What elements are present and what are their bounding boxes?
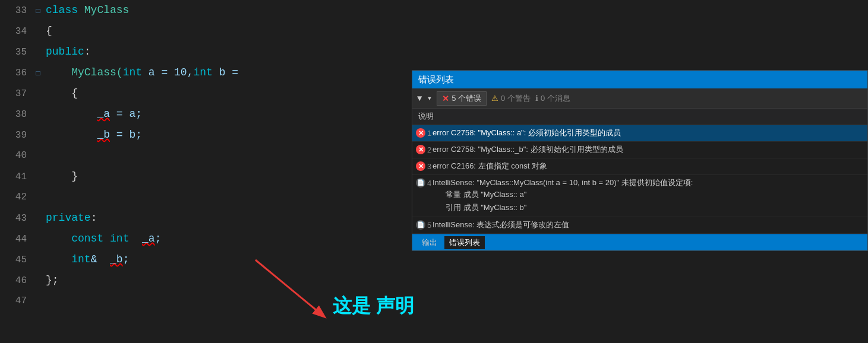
error-count-badge[interactable]: ✕ 5 个错误 [437,91,487,106]
column-header-desc: 说明 [418,112,434,120]
line-number-38: 38 [0,104,33,125]
line-number-34: 34 [0,21,33,42]
error-row-5[interactable]: 📄 5 IntelliSense: 表达式必须是可修改的左值 [412,217,867,234]
warning-count-badge[interactable]: ⚠ 0 个警告 [491,93,531,104]
error-row-1[interactable]: ✕ 1 error C2758: "MyClass:: a": 必须初始化引用类… [412,125,867,142]
error-row-2[interactable]: ✕ 2 error C2758: "MyClass::_b": 必须初始化引用类… [412,142,867,158]
footer-tab-error-list[interactable]: 错误列表 [444,236,485,249]
line-content-46: }; [43,270,59,291]
error-num-4: 📄 4 [416,178,433,188]
line-content-35: public: [43,42,91,62]
error-num-5: 📄 5 [416,220,433,230]
code-line-35: 35 public: [0,42,868,62]
error-num-2: ✕ 2 [416,145,433,154]
error-icon-2: ✕ [416,145,425,154]
filter-icon[interactable]: ▼ ▾ [417,93,432,103]
error-panel-title-bar: 错误列表 [412,71,867,88]
line-content-45: int& _b; [43,249,129,270]
error-table-header: 说明 [412,109,867,125]
error-panel: 错误列表 ▼ ▾ ✕ 5 个错误 ⚠ 0 个警告 ℹ 0 个消息 说明 ✕ 1 … [412,70,868,251]
error-sub-4a: 常量 成员 "MyClass:: a" [416,188,526,201]
line-number-33: 33 [0,1,33,21]
line-content-36: MyClass(int a = 10,int b = [43,62,245,83]
line-number-39: 39 [0,125,33,146]
info-count-badge[interactable]: ℹ 0 个消息 [535,93,570,104]
gutter-36: □ [33,63,43,84]
line-number-41: 41 [0,167,33,188]
line-number-37: 37 [0,84,33,104]
error-row-3[interactable]: ✕ 3 error C2166: 左值指定 const 对象 [412,158,867,175]
code-line-34: 34 { [0,21,868,42]
info-count-label: 0 个消息 [541,93,570,104]
error-desc-2: error C2758: "MyClass::_b": 必须初始化引用类型的成员 [433,144,864,155]
info-icon-4: 📄 [416,178,425,188]
line-number-44: 44 [0,229,33,250]
line-content-37: { [43,83,78,104]
line-content-33: class MyClass [43,0,129,21]
line-number-46: 46 [0,271,33,291]
line-content-44: const int _a; [43,228,161,249]
error-panel-toolbar: ▼ ▾ ✕ 5 个错误 ⚠ 0 个警告 ℹ 0 个消息 [412,88,867,109]
error-x-icon: ✕ [442,94,449,103]
error-row-4[interactable]: 📄 4 IntelliSense: "MyClass::MyClass(int … [412,175,867,217]
warning-count-label: 0 个警告 [501,93,531,104]
line-number-40: 40 [0,145,33,166]
line-number-43: 43 [0,208,33,229]
gutter-33: □ [33,1,43,22]
code-line-45: 45 int& _b; [0,249,868,270]
info-icon: ℹ [535,94,538,103]
error-panel-footer: 输出 错误列表 [412,234,867,250]
error-panel-title: 错误列表 [418,74,454,85]
error-icon-3: ✕ [416,161,425,171]
error-sub-4b: 引用 成员 "MyClass:: b" [416,201,526,214]
error-num-3: ✕ 3 [416,161,433,171]
error-desc-4: IntelliSense: "MyClass::MyClass(int a = … [433,177,864,188]
code-line-46: 46 }; [0,270,868,291]
error-desc-1: error C2758: "MyClass:: a": 必须初始化引用类型的成员 [433,128,864,138]
error-num-1: ✕ 1 [416,128,433,138]
line-number-35: 35 [0,42,33,63]
error-desc-3: error C2166: 左值指定 const 对象 [433,161,864,172]
line-number-45: 45 [0,250,33,271]
line-number-36: 36 [0,63,33,84]
code-line-47: 47 [0,291,868,312]
line-content-43: private: [43,208,97,228]
line-content-39: _b = b; [43,125,142,145]
error-count-label: 5 个错误 [452,93,481,104]
line-content-34: { [43,21,52,42]
info-icon-5: 📄 [416,220,425,230]
error-icon-1: ✕ [416,128,425,138]
line-number-42: 42 [0,187,33,208]
footer-tab-output[interactable]: 输出 [417,236,442,249]
line-content-38: _a = a; [43,104,142,125]
line-number-47: 47 [0,291,33,312]
warning-icon: ⚠ [491,94,498,103]
line-content-41: } [43,166,78,187]
error-desc-5: IntelliSense: 表达式必须是可修改的左值 [433,220,864,230]
code-line-33: 33 □ class MyClass [0,0,868,21]
